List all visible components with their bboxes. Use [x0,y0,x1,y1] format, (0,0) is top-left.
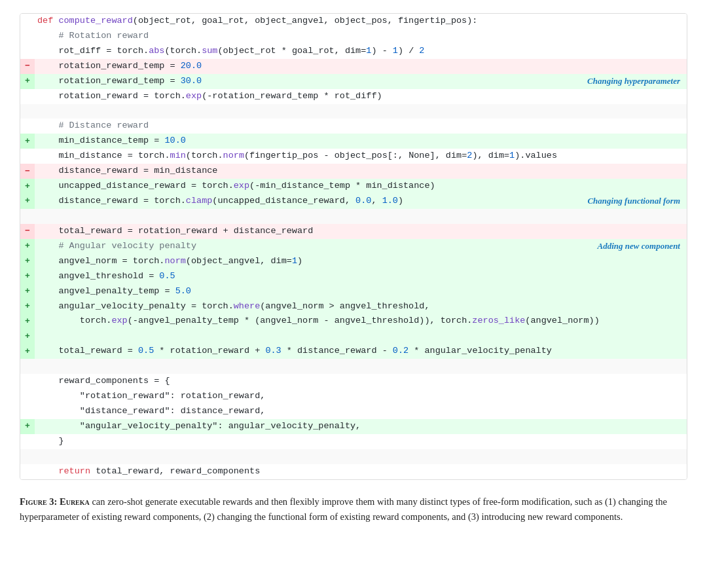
code-line: + rotation_reward_temp = 30.0Changing hy… [20,74,687,89]
line-annotation [556,359,687,374]
code-line [20,209,687,224]
line-code-content: rotation_reward_temp = 20.0 [35,59,556,74]
line-annotation [556,344,687,359]
caption-label: Figure 3: [20,496,57,507]
line-annotation [561,149,687,164]
line-code-content: # Rotation reward [35,29,556,44]
line-annotation [556,134,687,149]
line-annotation [556,209,687,224]
line-annotation [556,29,687,44]
line-code-content: min_distance_temp = 10.0 [35,134,556,149]
line-code-content [35,209,556,224]
code-line: # Rotation reward [20,29,687,44]
line-marker [20,149,35,164]
code-line: + "angular_velocity_penalty": angular_ve… [20,419,687,434]
line-annotation [556,284,687,299]
line-marker [20,119,35,134]
line-marker: + [20,134,35,149]
line-annotation [556,89,687,104]
code-line: + min_distance_temp = 10.0 [20,134,687,149]
line-annotation [556,269,687,284]
line-code-content: distance_reward = min_distance [35,164,556,179]
line-marker [20,89,35,104]
code-line: + total_reward = 0.5 * rotation_reward +… [20,344,687,359]
line-code-content [35,449,556,464]
line-marker [20,434,35,449]
code-line: min_distance = torch.min(torch.norm(fing… [20,149,687,164]
code-line: # Distance reward [20,119,687,134]
line-annotation [556,254,687,269]
line-marker: − [20,59,35,74]
line-annotation [556,179,687,194]
code-line [20,449,687,464]
code-line: def compute_reward(object_rot, goal_rot,… [20,14,687,29]
line-code-content: def compute_reward(object_rot, goal_rot,… [35,14,556,29]
line-annotation [556,14,687,29]
line-marker: − [20,224,35,239]
line-marker: − [20,164,35,179]
line-code-content [35,329,556,344]
code-line: + angular_velocity_penalty = torch.where… [20,299,687,314]
line-marker [20,209,35,224]
line-code-content [35,104,556,119]
line-marker: + [20,329,35,344]
line-marker: + [20,419,35,434]
line-annotation [556,374,687,389]
code-line: − distance_reward = min_distance [20,164,687,179]
line-marker [20,359,35,374]
code-line: reward_components = { [20,374,687,389]
code-line: + # Angular velocity penaltyAdding new c… [20,239,687,254]
code-block: def compute_reward(object_rot, goal_rot,… [20,13,687,480]
line-code-content: angvel_norm = torch.norm(object_angvel, … [35,254,556,269]
line-annotation [604,314,687,329]
line-code-content: angvel_penalty_temp = 5.0 [35,284,556,299]
line-code-content: # Distance reward [35,119,556,134]
line-annotation [556,464,687,479]
line-marker: + [20,269,35,284]
line-annotation [556,44,687,59]
line-code-content: uncapped_distance_reward = torch.exp(-mi… [35,179,556,194]
line-annotation [556,224,687,239]
line-marker [20,449,35,464]
line-annotation [556,389,687,404]
code-line: + distance_reward = torch.clamp(uncapped… [20,194,687,209]
line-marker [20,374,35,389]
line-code-content: "angular_velocity_penalty": angular_velo… [35,419,556,434]
figure-caption: Figure 3: Eureka can zero-shot generate … [20,494,687,524]
line-code-content: rotation_reward = torch.exp(-rotation_re… [35,89,556,104]
line-marker [20,464,35,479]
line-code-content: rot_diff = torch.abs(torch.sum(object_ro… [35,44,556,59]
line-annotation [556,299,687,314]
line-code-content: rotation_reward_temp = 30.0 [35,74,556,89]
line-marker: + [20,194,35,209]
line-code-content: distance_reward = torch.clamp(uncapped_d… [35,194,556,209]
line-marker: + [20,254,35,269]
code-line: "distance_reward": distance_reward, [20,404,687,419]
line-marker: + [20,74,35,89]
line-marker: + [20,314,35,329]
code-line: "rotation_reward": rotation_reward, [20,389,687,404]
code-line: − rotation_reward_temp = 20.0 [20,59,687,74]
line-annotation [556,164,687,179]
code-line: + uncapped_distance_reward = torch.exp(-… [20,179,687,194]
code-line: + [20,329,687,344]
caption-app-name: Eureka [60,496,90,507]
line-marker [20,104,35,119]
line-code-content: "distance_reward": distance_reward, [35,404,556,419]
line-annotation [556,449,687,464]
line-code-content: angvel_threshold = 0.5 [35,269,556,284]
line-marker: + [20,299,35,314]
line-annotation [556,59,687,74]
line-marker: + [20,179,35,194]
line-marker [20,29,35,44]
code-line [20,104,687,119]
line-marker: + [20,284,35,299]
line-annotation: Changing hyperparameter [556,74,687,89]
line-annotation [556,119,687,134]
line-annotation: Adding new component [556,239,687,254]
caption-text: can zero-shot generate executable reward… [20,496,667,522]
code-line: + angvel_norm = torch.norm(object_angvel… [20,254,687,269]
code-line: rotation_reward = torch.exp(-rotation_re… [20,89,687,104]
line-code-content: # Angular velocity penalty [35,239,556,254]
line-code-content [35,359,556,374]
